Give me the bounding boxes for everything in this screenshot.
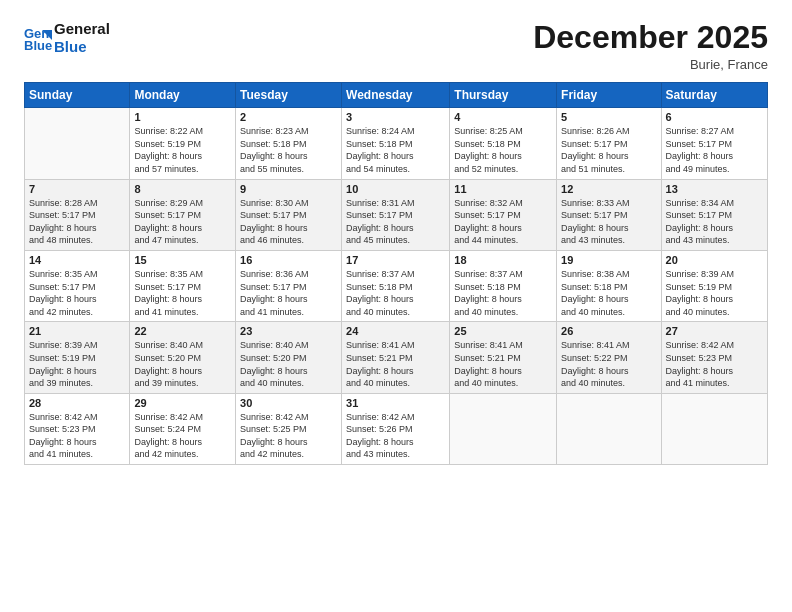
calendar-cell: 26Sunrise: 8:41 AMSunset: 5:22 PMDayligh…: [557, 322, 661, 393]
calendar-cell: 25Sunrise: 8:41 AMSunset: 5:21 PMDayligh…: [450, 322, 557, 393]
day-number: 23: [240, 325, 337, 337]
day-info: Sunrise: 8:34 AMSunset: 5:17 PMDaylight:…: [666, 197, 763, 247]
col-header-wednesday: Wednesday: [342, 83, 450, 108]
calendar-cell: 10Sunrise: 8:31 AMSunset: 5:17 PMDayligh…: [342, 179, 450, 250]
col-header-saturday: Saturday: [661, 83, 767, 108]
day-number: 31: [346, 397, 445, 409]
header: General Blue General Blue December 2025 …: [24, 20, 768, 72]
calendar: SundayMondayTuesdayWednesdayThursdayFrid…: [24, 82, 768, 465]
calendar-cell: 29Sunrise: 8:42 AMSunset: 5:24 PMDayligh…: [130, 393, 236, 464]
day-number: 21: [29, 325, 125, 337]
day-info: Sunrise: 8:37 AMSunset: 5:18 PMDaylight:…: [346, 268, 445, 318]
day-number: 5: [561, 111, 656, 123]
day-info: Sunrise: 8:41 AMSunset: 5:21 PMDaylight:…: [346, 339, 445, 389]
day-number: 22: [134, 325, 231, 337]
day-info: Sunrise: 8:42 AMSunset: 5:24 PMDaylight:…: [134, 411, 231, 461]
calendar-cell: 13Sunrise: 8:34 AMSunset: 5:17 PMDayligh…: [661, 179, 767, 250]
day-number: 26: [561, 325, 656, 337]
calendar-cell: [557, 393, 661, 464]
page: General Blue General Blue December 2025 …: [0, 0, 792, 612]
calendar-cell: [25, 108, 130, 179]
day-info: Sunrise: 8:24 AMSunset: 5:18 PMDaylight:…: [346, 125, 445, 175]
calendar-cell: 14Sunrise: 8:35 AMSunset: 5:17 PMDayligh…: [25, 250, 130, 321]
col-header-thursday: Thursday: [450, 83, 557, 108]
calendar-cell: 1Sunrise: 8:22 AMSunset: 5:19 PMDaylight…: [130, 108, 236, 179]
day-info: Sunrise: 8:40 AMSunset: 5:20 PMDaylight:…: [240, 339, 337, 389]
calendar-cell: 31Sunrise: 8:42 AMSunset: 5:26 PMDayligh…: [342, 393, 450, 464]
logo: General Blue General Blue: [24, 20, 110, 56]
day-info: Sunrise: 8:25 AMSunset: 5:18 PMDaylight:…: [454, 125, 552, 175]
calendar-cell: 11Sunrise: 8:32 AMSunset: 5:17 PMDayligh…: [450, 179, 557, 250]
day-info: Sunrise: 8:39 AMSunset: 5:19 PMDaylight:…: [29, 339, 125, 389]
calendar-cell: 12Sunrise: 8:33 AMSunset: 5:17 PMDayligh…: [557, 179, 661, 250]
title-block: December 2025 Burie, France: [533, 20, 768, 72]
day-info: Sunrise: 8:37 AMSunset: 5:18 PMDaylight:…: [454, 268, 552, 318]
day-number: 8: [134, 183, 231, 195]
calendar-cell: 17Sunrise: 8:37 AMSunset: 5:18 PMDayligh…: [342, 250, 450, 321]
day-info: Sunrise: 8:32 AMSunset: 5:17 PMDaylight:…: [454, 197, 552, 247]
day-info: Sunrise: 8:38 AMSunset: 5:18 PMDaylight:…: [561, 268, 656, 318]
day-number: 16: [240, 254, 337, 266]
calendar-cell: 9Sunrise: 8:30 AMSunset: 5:17 PMDaylight…: [236, 179, 342, 250]
day-info: Sunrise: 8:22 AMSunset: 5:19 PMDaylight:…: [134, 125, 231, 175]
calendar-cell: 22Sunrise: 8:40 AMSunset: 5:20 PMDayligh…: [130, 322, 236, 393]
calendar-cell: 20Sunrise: 8:39 AMSunset: 5:19 PMDayligh…: [661, 250, 767, 321]
day-number: 9: [240, 183, 337, 195]
day-number: 10: [346, 183, 445, 195]
calendar-cell: 8Sunrise: 8:29 AMSunset: 5:17 PMDaylight…: [130, 179, 236, 250]
day-number: 29: [134, 397, 231, 409]
day-info: Sunrise: 8:23 AMSunset: 5:18 PMDaylight:…: [240, 125, 337, 175]
day-number: 17: [346, 254, 445, 266]
location: Burie, France: [533, 57, 768, 72]
day-number: 19: [561, 254, 656, 266]
calendar-cell: 6Sunrise: 8:27 AMSunset: 5:17 PMDaylight…: [661, 108, 767, 179]
day-number: 28: [29, 397, 125, 409]
day-number: 14: [29, 254, 125, 266]
day-info: Sunrise: 8:35 AMSunset: 5:17 PMDaylight:…: [29, 268, 125, 318]
day-info: Sunrise: 8:27 AMSunset: 5:17 PMDaylight:…: [666, 125, 763, 175]
calendar-cell: 30Sunrise: 8:42 AMSunset: 5:25 PMDayligh…: [236, 393, 342, 464]
calendar-cell: 16Sunrise: 8:36 AMSunset: 5:17 PMDayligh…: [236, 250, 342, 321]
calendar-cell: 21Sunrise: 8:39 AMSunset: 5:19 PMDayligh…: [25, 322, 130, 393]
day-info: Sunrise: 8:41 AMSunset: 5:21 PMDaylight:…: [454, 339, 552, 389]
logo-line2: Blue: [54, 38, 110, 56]
calendar-cell: 4Sunrise: 8:25 AMSunset: 5:18 PMDaylight…: [450, 108, 557, 179]
day-info: Sunrise: 8:42 AMSunset: 5:25 PMDaylight:…: [240, 411, 337, 461]
day-number: 4: [454, 111, 552, 123]
calendar-cell: [450, 393, 557, 464]
col-header-friday: Friday: [557, 83, 661, 108]
month-title: December 2025: [533, 20, 768, 55]
day-number: 6: [666, 111, 763, 123]
day-number: 7: [29, 183, 125, 195]
day-info: Sunrise: 8:26 AMSunset: 5:17 PMDaylight:…: [561, 125, 656, 175]
day-info: Sunrise: 8:31 AMSunset: 5:17 PMDaylight:…: [346, 197, 445, 247]
svg-text:Blue: Blue: [24, 38, 52, 52]
logo-icon: General Blue: [24, 24, 52, 52]
calendar-cell: 23Sunrise: 8:40 AMSunset: 5:20 PMDayligh…: [236, 322, 342, 393]
day-number: 12: [561, 183, 656, 195]
calendar-cell: 5Sunrise: 8:26 AMSunset: 5:17 PMDaylight…: [557, 108, 661, 179]
day-info: Sunrise: 8:29 AMSunset: 5:17 PMDaylight:…: [134, 197, 231, 247]
day-info: Sunrise: 8:28 AMSunset: 5:17 PMDaylight:…: [29, 197, 125, 247]
calendar-cell: 18Sunrise: 8:37 AMSunset: 5:18 PMDayligh…: [450, 250, 557, 321]
day-number: 18: [454, 254, 552, 266]
day-info: Sunrise: 8:41 AMSunset: 5:22 PMDaylight:…: [561, 339, 656, 389]
calendar-cell: [661, 393, 767, 464]
day-number: 24: [346, 325, 445, 337]
day-info: Sunrise: 8:33 AMSunset: 5:17 PMDaylight:…: [561, 197, 656, 247]
col-header-tuesday: Tuesday: [236, 83, 342, 108]
logo-line1: General: [54, 20, 110, 38]
calendar-cell: 3Sunrise: 8:24 AMSunset: 5:18 PMDaylight…: [342, 108, 450, 179]
day-number: 15: [134, 254, 231, 266]
day-info: Sunrise: 8:39 AMSunset: 5:19 PMDaylight:…: [666, 268, 763, 318]
day-info: Sunrise: 8:42 AMSunset: 5:23 PMDaylight:…: [29, 411, 125, 461]
day-number: 20: [666, 254, 763, 266]
calendar-cell: 15Sunrise: 8:35 AMSunset: 5:17 PMDayligh…: [130, 250, 236, 321]
day-number: 13: [666, 183, 763, 195]
col-header-monday: Monday: [130, 83, 236, 108]
day-info: Sunrise: 8:40 AMSunset: 5:20 PMDaylight:…: [134, 339, 231, 389]
calendar-cell: 28Sunrise: 8:42 AMSunset: 5:23 PMDayligh…: [25, 393, 130, 464]
col-header-sunday: Sunday: [25, 83, 130, 108]
day-number: 11: [454, 183, 552, 195]
calendar-cell: 27Sunrise: 8:42 AMSunset: 5:23 PMDayligh…: [661, 322, 767, 393]
